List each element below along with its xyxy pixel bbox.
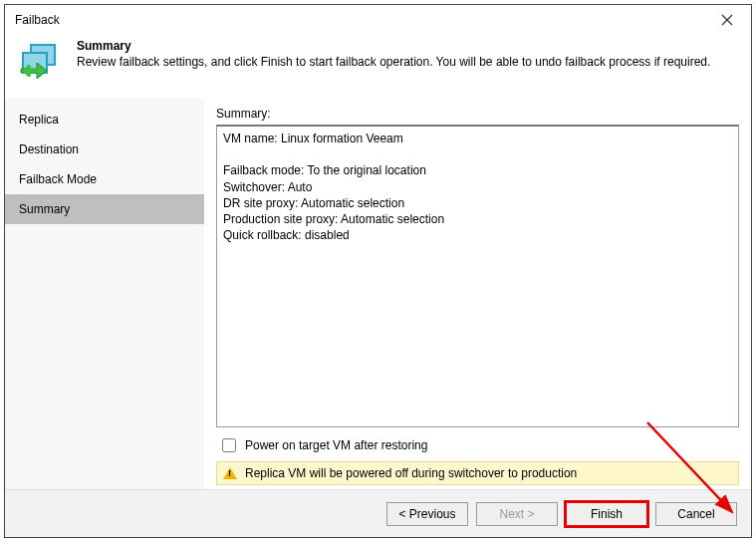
- sidebar-item-label: Failback Mode: [19, 172, 97, 186]
- power-on-checkbox-label: Power on target VM after restoring: [245, 438, 427, 452]
- wizard-footer: < Previous Next > Finish Cancel: [5, 489, 751, 537]
- sidebar-item-destination[interactable]: Destination: [5, 135, 204, 164]
- sidebar-item-label: Destination: [19, 142, 79, 156]
- wizard-header: Summary Review failback settings, and cl…: [5, 35, 751, 99]
- warning-text: Replica VM will be powered off during sw…: [245, 466, 577, 480]
- wizard-main-panel: Summary: VM name: Linux formation Veeam …: [204, 99, 751, 489]
- summary-textbox[interactable]: VM name: Linux formation Veeam Failback …: [216, 125, 739, 427]
- sidebar-item-failback-mode[interactable]: Failback Mode: [5, 164, 204, 194]
- page-description: Review failback settings, and click Fini…: [77, 55, 739, 69]
- cancel-button[interactable]: Cancel: [655, 502, 737, 526]
- finish-button[interactable]: Finish: [566, 502, 647, 526]
- warning-bar: Replica VM will be powered off during sw…: [216, 461, 739, 485]
- summary-label: Summary:: [216, 107, 739, 121]
- close-button[interactable]: [711, 6, 743, 34]
- sidebar-item-replica[interactable]: Replica: [5, 105, 204, 135]
- sidebar-item-label: Summary: [19, 202, 70, 216]
- failback-wizard-window: Failback Summary Review failback setting…: [4, 4, 752, 538]
- power-on-checkbox[interactable]: [222, 438, 236, 452]
- failback-icon: [17, 39, 65, 87]
- window-title: Failback: [15, 13, 60, 27]
- titlebar: Failback: [5, 5, 751, 35]
- wizard-body: Replica Destination Failback Mode Summar…: [5, 99, 751, 489]
- page-title: Summary: [77, 39, 739, 53]
- previous-button[interactable]: < Previous: [386, 502, 468, 526]
- power-on-checkbox-row[interactable]: Power on target VM after restoring: [216, 427, 739, 461]
- sidebar-item-summary[interactable]: Summary: [5, 194, 204, 224]
- wizard-steps-sidebar: Replica Destination Failback Mode Summar…: [5, 99, 204, 489]
- warning-icon: [223, 467, 237, 479]
- sidebar-item-label: Replica: [19, 113, 59, 127]
- next-button: Next >: [476, 502, 558, 526]
